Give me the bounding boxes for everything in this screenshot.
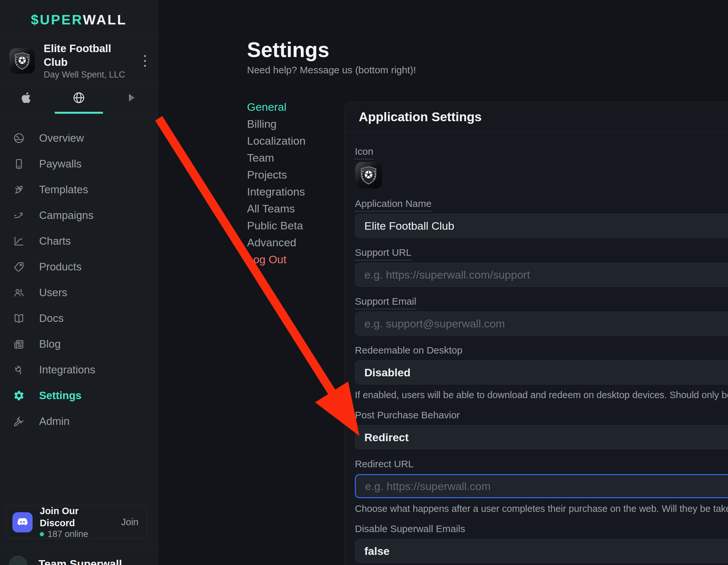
paywalls-icon (12, 157, 25, 170)
sidebar-item-docs[interactable]: Docs (0, 305, 158, 331)
subnav-billing[interactable]: Billing (247, 115, 306, 132)
redeemable-on-desktop-label: Redeemable on Desktop (355, 345, 728, 356)
platform-tabs (0, 82, 158, 113)
subnav-team[interactable]: Team (247, 149, 306, 166)
sidebar: $UPERWALL Elite Football Club Day (0, 0, 158, 565)
sidebar-item-charts[interactable]: Charts (0, 228, 158, 254)
application-icon-preview[interactable] (355, 162, 382, 189)
sidebar-item-overview[interactable]: Overview (0, 125, 158, 151)
overview-icon (12, 132, 25, 145)
discord-title: Join Our Discord (40, 505, 114, 529)
settings-subnav: General Billing Localization Team Projec… (247, 98, 306, 268)
redirect-url-label: Redirect URL (355, 458, 728, 470)
logo-rest-text: WALL (83, 12, 127, 27)
sidebar-item-label: Paywalls (39, 158, 81, 170)
page-subtitle: Need help? Message us (bottom right)! (247, 65, 416, 76)
campaigns-icon (12, 209, 25, 222)
redeemable-on-desktop-select[interactable]: Disabled (355, 360, 728, 384)
rocket-icon (12, 183, 25, 196)
application-name-input[interactable] (355, 214, 728, 238)
subnav-projects[interactable]: Projects (247, 166, 306, 183)
sidebar-item-label: Integrations (39, 364, 95, 376)
sidebar-item-settings[interactable]: Settings (0, 383, 158, 408)
charts-icon (12, 235, 25, 248)
tab-android[interactable] (105, 82, 158, 113)
main-content: Settings Need help? Message us (bottom r… (158, 0, 728, 565)
post-purchase-behavior-select[interactable]: Redirect (355, 425, 728, 449)
sidebar-item-label: Overview (39, 132, 84, 144)
support-email-input[interactable] (355, 311, 728, 336)
team-selector[interactable]: Elite Football Club Day Well Spent, LLC (0, 40, 158, 82)
account-row[interactable]: Team Superwall (0, 549, 158, 565)
sidebar-item-blog[interactable]: Blog (0, 331, 158, 357)
application-name-label: Application Name (355, 198, 728, 209)
sidebar-item-label: Templates (39, 183, 88, 196)
discord-card[interactable]: Join Our Discord 187 online Join (6, 506, 147, 539)
apple-icon (20, 92, 33, 104)
tag-icon (12, 260, 25, 273)
gear-icon (12, 389, 25, 402)
team-menu-button[interactable] (142, 53, 148, 69)
panel-body: Icon Application Name Support URL Sup (344, 132, 728, 565)
subnav-all-teams[interactable]: All Teams (247, 200, 306, 217)
play-store-icon (126, 92, 137, 103)
discord-join-button[interactable]: Join (121, 517, 138, 528)
subnav-log-out[interactable]: Log Out (247, 251, 306, 268)
sidebar-item-label: Settings (39, 389, 81, 402)
sidebar-item-campaigns[interactable]: Campaigns (0, 202, 158, 228)
sidebar-item-admin[interactable]: Admin (0, 408, 158, 434)
newspaper-icon (12, 338, 25, 351)
sidebar-item-label: Users (39, 286, 67, 299)
gavel-icon (12, 415, 25, 428)
subnav-integrations[interactable]: Integrations (247, 183, 306, 200)
app-root: { "colors": { "accent_teal": "#42e2c2", … (0, 0, 728, 565)
post-purchase-behavior-label: Post Purchase Behavior (355, 410, 728, 421)
sidebar-item-label: Charts (39, 235, 71, 247)
subnav-general[interactable]: General (247, 98, 306, 115)
sidebar-item-users[interactable]: Users (0, 280, 158, 305)
users-icon (12, 286, 25, 299)
team-text: Elite Football Club Day Well Spent, LLC (44, 42, 134, 80)
sidebar-item-templates[interactable]: Templates (0, 177, 158, 202)
page-title: Settings (247, 38, 329, 62)
panel-header: Application Settings (344, 102, 728, 132)
sidebar-item-label: Products (39, 261, 81, 273)
sidebar-item-label: Admin (39, 415, 70, 427)
discord-online-count: 187 online (48, 529, 88, 539)
discord-icon (12, 512, 33, 532)
application-settings-panel: Application Settings Icon Application Na… (344, 102, 728, 565)
book-icon (12, 312, 25, 325)
plug-icon (12, 363, 25, 376)
sidebar-item-integrations[interactable]: Integrations (0, 357, 158, 383)
support-url-label: Support URL (355, 247, 728, 258)
account-avatar (9, 556, 27, 565)
panel-title: Application Settings (359, 110, 482, 124)
online-dot-icon (40, 532, 44, 536)
account-name: Team Superwall (38, 558, 122, 565)
disable-emails-label: Disable Superwall Emails (355, 523, 728, 534)
tab-apple[interactable] (0, 82, 52, 113)
discord-status: 187 online (40, 529, 114, 539)
globe-icon (72, 91, 85, 104)
redirect-url-helper-text: Choose what happens after a user complet… (355, 503, 728, 514)
sidebar-item-label: Campaigns (39, 209, 94, 222)
support-url-input[interactable] (355, 263, 728, 287)
redeemable-helper-text: If enabled, users will be able to downlo… (355, 390, 728, 400)
logo-row: $UPERWALL (0, 0, 158, 40)
sidebar-item-label: Blog (39, 338, 61, 350)
superwall-logo[interactable]: $UPERWALL (31, 12, 127, 28)
sidebar-menu: Overview Paywalls Templates Campaigns Ch… (0, 125, 158, 434)
redirect-url-input[interactable] (355, 474, 728, 498)
sidebar-item-label: Docs (39, 312, 64, 325)
support-email-label: Support Email (355, 296, 728, 307)
team-name: Elite Football Club (44, 42, 134, 69)
sidebar-item-paywalls[interactable]: Paywalls (0, 151, 158, 177)
subnav-advanced[interactable]: Advanced (247, 234, 306, 251)
tab-web[interactable] (52, 82, 105, 113)
disable-emails-select[interactable]: false (355, 539, 728, 563)
subnav-public-beta[interactable]: Public Beta (247, 217, 306, 234)
logo-accent-text: $UPER (31, 12, 83, 27)
subnav-localization[interactable]: Localization (247, 132, 306, 149)
team-org: Day Well Spent, LLC (44, 69, 134, 80)
sidebar-item-products[interactable]: Products (0, 254, 158, 280)
